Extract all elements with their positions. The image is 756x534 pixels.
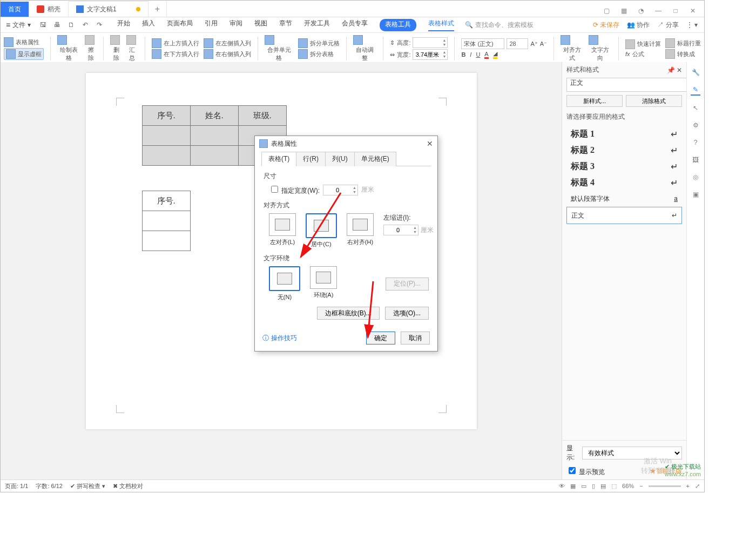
qat-redo-icon[interactable]: ↷	[94, 21, 104, 29]
zoom-in-button[interactable]: +	[686, 483, 690, 489]
style-item-active[interactable]: 正文↵	[566, 207, 682, 224]
strip-help-icon[interactable]: ?	[691, 138, 700, 147]
zoom-slider[interactable]	[649, 485, 681, 487]
btn-ins-row-below[interactable]: 在下方插入行	[164, 50, 199, 58]
zoom-out-button[interactable]: −	[639, 483, 643, 489]
app-grid-icon[interactable]: ▢	[600, 5, 612, 17]
grow-font-icon[interactable]: A⁺	[530, 40, 537, 48]
tab-new[interactable]: +	[148, 2, 167, 17]
spec-width-check[interactable]: 指定宽度(W):	[269, 184, 320, 195]
spec-width-input[interactable]	[323, 186, 352, 194]
strip-gallery-icon[interactable]: 🖼	[691, 155, 700, 165]
clear-format-button[interactable]: 清除格式	[626, 95, 682, 107]
preview-checkbox[interactable]: 显示预览	[566, 465, 605, 477]
strip-more-icon[interactable]: ▣	[691, 190, 700, 199]
btn-show-frame[interactable]: 显示虚框	[18, 50, 42, 58]
merge-icon[interactable]	[265, 35, 274, 45]
qat-print-icon[interactable]: 🖶	[52, 21, 62, 29]
status-words[interactable]: 字数: 6/12	[36, 482, 63, 490]
cancel-button[interactable]: 取消	[401, 332, 430, 344]
btn-draw-table[interactable]: 绘制表格	[57, 46, 80, 62]
pencil-icon[interactable]	[57, 35, 67, 45]
status-expand-icon[interactable]: ⤢	[695, 483, 700, 490]
btn-table-props[interactable]: 表格属性	[16, 38, 39, 46]
cell[interactable]: 班级.	[238, 106, 286, 126]
autofit-icon[interactable]	[353, 35, 363, 45]
font-size[interactable]: 28	[507, 38, 528, 49]
qat-preview-icon[interactable]: 🗋	[66, 21, 76, 29]
menu-view[interactable]: 视图	[254, 19, 267, 31]
btn-merge[interactable]: 合并单元格	[265, 46, 294, 62]
eraser-icon[interactable]	[85, 35, 94, 45]
ok-button[interactable]: 确定	[366, 332, 395, 344]
menu-ref[interactable]: 引用	[205, 19, 218, 31]
status-web-icon[interactable]: ▤	[600, 483, 606, 490]
tab-document[interactable]: 文字文稿1	[69, 1, 148, 17]
sum-icon[interactable]	[126, 35, 136, 45]
menu-dev[interactable]: 开发工具	[304, 19, 330, 31]
cell[interactable]: 序号.	[142, 106, 190, 126]
text-dir-icon[interactable]	[589, 35, 598, 45]
menu-vip[interactable]: 会员专享	[342, 19, 368, 31]
btn-title-row[interactable]: 标题行重	[677, 39, 701, 48]
indent-spinner[interactable]: ▲▼	[383, 225, 418, 235]
strip-target-icon[interactable]: ◎	[691, 172, 700, 182]
font-name[interactable]: 宋体 (正文)	[461, 38, 504, 49]
wrap-none-option[interactable]	[269, 266, 300, 291]
btn-summary[interactable]: 汇总	[126, 46, 138, 62]
width-input[interactable]	[413, 51, 441, 58]
dlg-tab-cell[interactable]: 单元格(E)	[354, 152, 396, 166]
btn-erase[interactable]: 擦除	[85, 46, 97, 62]
new-style-button[interactable]: 新样式...	[566, 95, 623, 107]
status-grid-icon[interactable]: ▦	[570, 483, 576, 490]
style-item[interactable]: 标题 4↵	[566, 174, 682, 191]
qat-undo-icon[interactable]: ↶	[80, 21, 90, 29]
bold-button[interactable]: B	[461, 51, 465, 58]
link-unsaved[interactable]: ⟳ 未保存	[593, 21, 619, 30]
tab-shell[interactable]: 稻壳	[29, 2, 69, 17]
menu-start[interactable]: 开始	[117, 19, 130, 31]
style-item[interactable]: 标题 1↵	[566, 126, 682, 142]
current-style[interactable]: 正文	[566, 78, 690, 92]
btn-ins-col-left[interactable]: 在左侧插入列	[215, 39, 251, 48]
btn-split-cell[interactable]: 拆分单元格	[310, 39, 340, 48]
delete-icon[interactable]	[110, 35, 120, 45]
qat-save-icon[interactable]: 🖫	[38, 21, 48, 29]
menu-layout[interactable]: 页面布局	[167, 19, 193, 31]
style-item[interactable]: 标题 2↵	[566, 142, 682, 158]
minimize-button[interactable]: —	[652, 5, 664, 17]
style-item[interactable]: 标题 3↵	[566, 158, 682, 174]
btn-autofit[interactable]: 自动调整	[353, 46, 376, 62]
maximize-button[interactable]: □	[670, 5, 681, 17]
btn-formula[interactable]: 公式	[632, 50, 644, 58]
menu-section[interactable]: 章节	[279, 19, 292, 31]
close-panel-button[interactable]: ✕	[677, 66, 682, 74]
menu-insert[interactable]: 插入	[142, 19, 155, 31]
status-page[interactable]: 页面: 1/1	[5, 482, 28, 490]
strip-pen-icon[interactable]: ✎	[691, 85, 700, 96]
tab-home[interactable]: 首页	[1, 2, 29, 17]
options-button[interactable]: 选项(O)...	[385, 307, 429, 320]
strip-select-icon[interactable]: 🔧	[691, 67, 700, 77]
shrink-font-icon[interactable]: A⁻	[540, 40, 547, 48]
chevron-down-icon[interactable]: ⋮ ▾	[686, 21, 698, 29]
dlg-tab-col[interactable]: 列(U)	[325, 152, 355, 166]
status-book-icon[interactable]: ▭	[581, 483, 586, 490]
border-shading-button[interactable]: 边框和底纹(B)...	[317, 307, 380, 320]
cell[interactable]: 序号.	[142, 191, 190, 211]
highlight-button[interactable]: ◢	[493, 50, 497, 59]
btn-convert[interactable]: 转换成	[677, 50, 695, 58]
status-focus-icon[interactable]: ⬚	[611, 483, 617, 490]
pin-icon[interactable]: 📌	[667, 66, 675, 74]
status-page-icon[interactable]: ▯	[592, 483, 595, 490]
app-apps-icon[interactable]: ▦	[618, 5, 630, 17]
btn-text-dir[interactable]: 文字方向	[589, 46, 612, 62]
status-proof[interactable]: ✖ 文档校对	[113, 482, 143, 490]
zoom-value[interactable]: 66%	[622, 483, 634, 489]
strip-cursor-icon[interactable]: ↖	[691, 103, 700, 113]
align-center-option[interactable]	[306, 213, 337, 238]
style-item[interactable]: 默认段落字体a	[566, 191, 682, 207]
wrap-around-option[interactable]	[310, 266, 337, 289]
strip-settings-icon[interactable]: ⚙	[691, 120, 700, 130]
status-eye-icon[interactable]: 👁	[559, 483, 565, 489]
